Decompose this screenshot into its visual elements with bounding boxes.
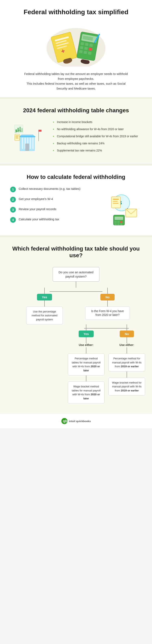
no-arrow-down (107, 288, 108, 294)
svg-rect-19 (79, 50, 83, 54)
svg-rect-28 (18, 128, 19, 132)
svg-rect-21 (88, 52, 91, 55)
calculate-title: How to calculate federal withholding (10, 174, 142, 180)
qb-logo: qb intuit quickbooks (61, 418, 91, 424)
svg-rect-61 (117, 224, 119, 225)
hero-title: Federal withholding tax simplified (12, 8, 140, 16)
steps-list: 1 Collect necessary documents (e.g. tax … (10, 186, 101, 227)
arrow-1 (76, 282, 76, 288)
svg-rect-41 (39, 130, 42, 132)
calc-illustration-svg: $ (107, 186, 140, 227)
svg-rect-35 (30, 138, 31, 149)
section-which: Which federal withholding tax table shou… (0, 237, 152, 414)
question-2-box: Is the Form W-4 you have from 2020 or la… (85, 306, 130, 320)
step-item-2: 2 Get your employee's W-4 (10, 197, 101, 202)
no-sub-arrow-2 (127, 337, 127, 343)
step-number-4: 4 (10, 217, 16, 223)
yes-result-box: Use the percentage method for automated … (26, 306, 63, 325)
which-table-title: Which federal withholding tax table shou… (8, 245, 144, 259)
yes-sub-button: Yes (79, 330, 94, 337)
qb-icon-svg: qb (61, 418, 68, 424)
svg-rect-15 (89, 44, 93, 47)
use-either-yes: Use either: (79, 343, 93, 346)
no-sub-result-1: Percentage method for manual payroll wit… (108, 354, 145, 372)
svg-rect-57 (115, 221, 117, 223)
no-sub-arrow (127, 324, 127, 330)
yes-sub-arrow (86, 324, 86, 330)
svg-text:qb: qb (63, 419, 67, 423)
step-number-1: 1 (10, 186, 16, 192)
no-sub-arrow-4 (127, 372, 127, 378)
no-sub-button: No (120, 330, 134, 337)
no-sub-result-2: Wage bracket method for manual payroll w… (108, 378, 145, 396)
svg-rect-43 (16, 136, 19, 136)
changes-title: 2024 federal withholding table changes (10, 107, 142, 114)
change-item-5: Supplemental tax rate remains 22% (53, 148, 142, 153)
hero-illustration (42, 22, 110, 66)
step-item-4: 4 Calculate your withholding tax (10, 217, 101, 223)
hero-description: Federal withholding tables lay out the a… (23, 72, 129, 91)
svg-rect-60 (115, 224, 117, 225)
change-item-4: Backup withholding rate remains 24% (53, 141, 142, 146)
svg-rect-45 (16, 138, 18, 138)
svg-rect-44 (16, 137, 18, 137)
yes-sub-arrow-3 (86, 348, 86, 354)
step-item-3: 3 Review your payroll records (10, 207, 101, 212)
building-svg (10, 120, 43, 152)
no-sub-arrow-3 (127, 348, 127, 354)
section-hero: Federal withholding tax simplified (0, 0, 152, 97)
svg-rect-62 (120, 224, 122, 225)
svg-rect-42 (15, 134, 20, 140)
svg-rect-56 (115, 217, 123, 220)
svg-rect-16 (80, 46, 84, 50)
svg-rect-29 (20, 127, 21, 132)
section-divider-3 (0, 236, 152, 237)
yes-sub-arrow-4 (86, 376, 86, 382)
svg-rect-13 (80, 42, 84, 46)
svg-rect-38 (19, 136, 35, 137)
section-divider-2 (0, 164, 152, 166)
svg-rect-58 (117, 221, 119, 223)
change-item-3: Computational bridge still available for… (53, 134, 142, 138)
section-changes: 2024 federal withholding table changes (0, 99, 152, 164)
section-calculate: How to calculate federal withholding 1 C… (0, 166, 152, 236)
question-1-box: Do you use an automated payroll system? (53, 267, 99, 282)
qb-logo-text: intuit quickbooks (69, 420, 91, 423)
svg-rect-18 (89, 48, 92, 51)
yes-sub-arrow-2 (86, 337, 86, 343)
change-item-1: Increase in income brackets (53, 120, 142, 124)
changes-illustration (10, 120, 47, 153)
h-line-1 (50, 291, 102, 292)
yes-branch: Yes Use the percentage method for automa… (17, 288, 72, 325)
svg-rect-20 (84, 51, 87, 54)
svg-rect-32 (22, 138, 23, 149)
flowchart: Do you use an automated payroll system? … (8, 267, 144, 404)
hero-svg (42, 22, 110, 66)
step-number-2: 2 (10, 197, 16, 202)
h-line-2 (84, 328, 129, 328)
changes-list: Increase in income brackets No withholdi… (53, 120, 142, 156)
change-item-2: No withholding allowance for W-4s from 2… (53, 127, 142, 131)
footer: qb intuit quickbooks (0, 414, 152, 428)
yes-arrow-down (44, 288, 45, 294)
svg-rect-50 (111, 197, 120, 208)
step-item-1: 1 Collect necessary documents (e.g. tax … (10, 186, 101, 192)
yes-sub-result-2: Wage bracket method tables for manual pa… (68, 382, 104, 404)
section-divider-1 (0, 97, 152, 99)
page-wrapper: Federal withholding tax simplified (0, 0, 152, 428)
svg-rect-17 (84, 47, 88, 50)
svg-rect-36 (32, 138, 34, 149)
svg-rect-54 (126, 209, 137, 217)
no-sub-branch: No Use either: Percentage method for man… (108, 324, 145, 404)
no-button: No (100, 294, 115, 300)
svg-rect-59 (120, 221, 122, 223)
calculate-content: 1 Collect necessary documents (e.g. tax … (10, 186, 142, 227)
yes-button: Yes (37, 294, 52, 300)
use-either-no: Use either: (119, 343, 134, 346)
step-number-3: 3 (10, 207, 16, 212)
svg-rect-52 (113, 201, 118, 202)
svg-rect-51 (113, 199, 119, 200)
yes-sub-result-1: Percentage method tables for manual payr… (68, 354, 104, 376)
svg-rect-14 (85, 43, 89, 46)
svg-rect-53 (113, 203, 118, 204)
